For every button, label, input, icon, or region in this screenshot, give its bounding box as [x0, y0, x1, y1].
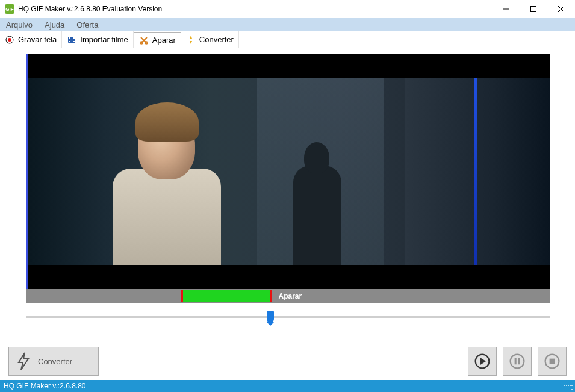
tab-importar-filme[interactable]: Importar filme — [62, 31, 133, 48]
toolbar: Gravar tela Importar filme Aparar Conver… — [0, 31, 575, 48]
convert-button[interactable]: Converter — [8, 347, 99, 376]
seek-thumb[interactable] — [267, 311, 274, 323]
svg-point-5 — [8, 38, 11, 42]
menu-ajuda[interactable]: Ajuda — [45, 20, 64, 30]
title-bar: GIF HQ GIF Maker v.:2.6.8.80 Evaluation … — [0, 0, 575, 18]
video-preview[interactable] — [26, 54, 550, 289]
status-bar: HQ GIF Maker v.:2.6.8.80 — [0, 380, 575, 392]
pause-icon — [509, 353, 526, 370]
video-wrap: Aparar — [26, 54, 550, 325]
svg-rect-9 — [73, 37, 75, 39]
tab-gravar-tela[interactable]: Gravar tela — [0, 31, 62, 48]
minimize-icon — [502, 5, 509, 13]
foreground-person — [107, 96, 227, 265]
svg-rect-1 — [531, 7, 536, 12]
close-icon — [558, 5, 565, 13]
silhouette — [287, 126, 347, 265]
video-content — [28, 78, 550, 265]
svg-rect-10 — [73, 41, 75, 42]
svg-rect-8 — [69, 41, 70, 42]
main-area: Aparar — [0, 48, 575, 343]
stop-icon — [544, 353, 561, 370]
seek-track[interactable] — [26, 316, 550, 318]
film-icon — [67, 35, 76, 45]
maximize-button[interactable] — [520, 0, 547, 18]
menu-bar: Arquivo Ajuda Oferta — [0, 18, 575, 31]
convert-icon — [186, 35, 196, 45]
tab-label: Gravar tela — [18, 35, 57, 44]
minimize-button[interactable] — [492, 0, 520, 18]
trim-label: Aparar — [279, 292, 302, 300]
status-text: HQ GIF Maker v.:2.6.8.80 — [4, 382, 86, 390]
convert-label: Converter — [38, 357, 72, 366]
tab-aparar[interactable]: Aparar — [134, 32, 181, 48]
tab-label: Aparar — [152, 36, 176, 45]
bottom-controls: Converter — [0, 343, 575, 380]
maximize-icon — [530, 5, 537, 13]
menu-oferta[interactable]: Oferta — [76, 20, 98, 30]
bolt-icon — [15, 352, 32, 371]
menu-arquivo[interactable]: Arquivo — [6, 20, 33, 30]
app-icon: GIF — [5, 4, 14, 14]
window-controls — [492, 0, 575, 18]
svg-rect-7 — [69, 37, 70, 39]
tab-label: Converter — [199, 35, 234, 44]
tab-converter[interactable]: Converter — [181, 31, 239, 48]
svg-rect-16 — [518, 358, 520, 365]
trim-bar[interactable]: Aparar — [26, 289, 550, 303]
record-icon — [5, 35, 14, 45]
play-button[interactable] — [468, 347, 497, 376]
svg-point-14 — [511, 355, 524, 369]
playback-controls — [468, 347, 567, 376]
play-icon — [474, 353, 491, 370]
seek-slider[interactable] — [26, 308, 550, 325]
svg-rect-15 — [515, 358, 517, 365]
pause-button[interactable] — [503, 347, 532, 376]
resize-grip[interactable] — [564, 382, 573, 390]
trim-selection[interactable] — [181, 290, 272, 302]
tab-label: Importar filme — [80, 35, 128, 44]
svg-rect-18 — [550, 359, 555, 364]
window-title: HQ GIF Maker v.:2.6.8.80 Evaluation Vers… — [18, 5, 162, 13]
stop-button[interactable] — [538, 347, 567, 376]
trim-icon — [139, 36, 149, 45]
close-button[interactable] — [547, 0, 575, 18]
